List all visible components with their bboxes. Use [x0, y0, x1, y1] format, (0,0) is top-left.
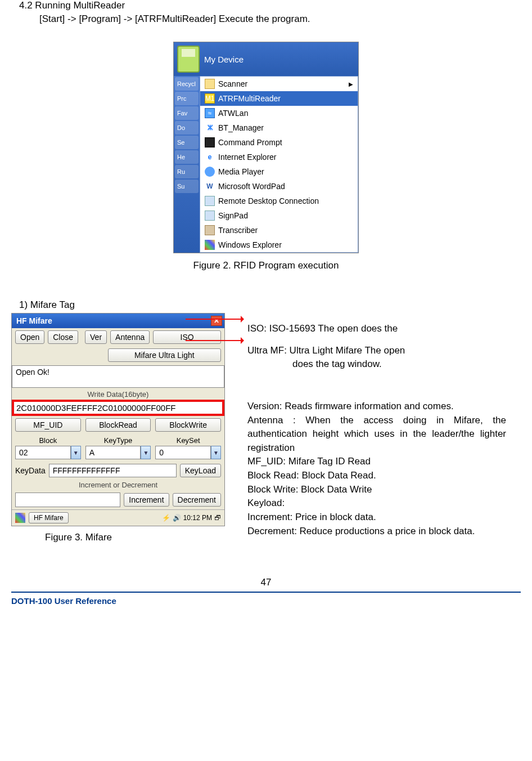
keydata-field[interactable]: FFFFFFFFFFFFFF: [49, 464, 177, 477]
taskbar: HF Mifare ⚡ 🔊 10:12 PM 🗗: [12, 509, 224, 526]
my-device-label: My Device: [204, 55, 244, 64]
desc-ultra1: Ultra MF: Ultra Light Mifare The open: [247, 344, 506, 358]
keyset-value: 0: [155, 446, 211, 459]
desc-blockread: Block Read: Block Data Read.: [247, 469, 506, 483]
decrement-button[interactable]: Decrement: [173, 493, 221, 507]
menu-command-prompt[interactable]: Command Prompt: [200, 135, 358, 150]
incdec-label: Increment or Decrement: [12, 480, 224, 490]
desc-version: Version: Reads firmware information and …: [247, 400, 506, 414]
write-data-field[interactable]: 2C010000D3FEFFFF2C01000000FF00FF: [12, 400, 224, 416]
menu-atrfmultireader[interactable]: M1 ATRFMultiReader: [200, 91, 358, 106]
tray-icon: 🗗: [214, 514, 221, 522]
menu-rdc[interactable]: Remote Desktop Connection: [200, 194, 358, 208]
start-icon[interactable]: [15, 513, 25, 523]
ver-button[interactable]: Ver: [85, 330, 107, 344]
left-item: Recycl: [175, 77, 199, 91]
window-title: HF Mifare: [16, 316, 52, 325]
menu-signpad[interactable]: SignPad: [200, 208, 358, 223]
keytype-label: KeyType: [104, 436, 133, 445]
menu-atwlan[interactable]: ≈ ATWLan: [200, 106, 358, 120]
blockwrite-button[interactable]: BlockWrite: [155, 418, 221, 432]
cmd-icon: [205, 137, 215, 147]
incdec-field[interactable]: [15, 493, 120, 507]
system-tray: ⚡ 🔊 10:12 PM 🗗: [162, 514, 221, 522]
media-icon: [205, 167, 215, 177]
submenu-arrow-icon: ▶: [349, 81, 353, 87]
keyset-label: KeySet: [177, 436, 200, 445]
keydata-label: KeyData: [15, 466, 46, 475]
keyset-select[interactable]: 0 ▼: [155, 446, 221, 459]
rdc-icon: [205, 196, 215, 206]
desc-ultra2: does the tag window.: [247, 357, 506, 371]
left-item: Ru: [175, 165, 199, 178]
blockread-button[interactable]: BlockRead: [85, 418, 151, 432]
chevron-down-icon: ▼: [71, 446, 81, 459]
taskbar-app[interactable]: HF Mifare: [29, 512, 69, 523]
menu-transcriber[interactable]: Transcriber: [200, 223, 358, 238]
chevron-down-icon: ▼: [211, 446, 221, 459]
menu-label: Microsoft WordPad: [218, 182, 285, 191]
tray-icon: ⚡: [162, 514, 170, 522]
programs-submenu: Scanner ▶ M1 ATRFMultiReader ≈ ATWLan ⵣ …: [200, 76, 358, 253]
desc-keyload: Keyload:: [247, 496, 506, 511]
mifare-tag-heading: 1) Mifare Tag: [19, 299, 521, 311]
footer-text: DOTH-100 User Reference: [11, 593, 521, 611]
block-select[interactable]: 02 ▼: [15, 446, 81, 459]
desc-antenna: Antenna : When the access doing in Mifar…: [247, 414, 506, 455]
transcriber-icon: [205, 225, 215, 235]
menu-media-player[interactable]: Media Player: [200, 164, 358, 179]
menu-scanner[interactable]: Scanner ▶: [200, 77, 358, 91]
red-arrow: [186, 319, 242, 320]
ie-icon: e: [205, 152, 215, 162]
mf-uid-button[interactable]: MF_UID: [15, 418, 81, 432]
figure2-caption: Figure 2. RFID Program execution: [11, 260, 521, 271]
close-button2[interactable]: Close: [48, 330, 78, 344]
keytype-select[interactable]: A ▼: [85, 446, 151, 459]
left-item: Fav: [175, 106, 199, 120]
menu-label: Media Player: [218, 167, 264, 176]
left-item: Prc: [175, 92, 199, 105]
increment-button[interactable]: Increment: [124, 493, 169, 507]
left-item: Su: [175, 180, 199, 193]
keyload-button[interactable]: KeyLoad: [180, 464, 221, 477]
arrow-head-icon: [241, 337, 247, 344]
left-item: He: [175, 150, 199, 164]
wifi-icon: ≈: [205, 108, 215, 118]
iso-button[interactable]: ISO: [153, 330, 221, 344]
menu-label: Command Prompt: [218, 138, 282, 147]
start-left-column: Recycl Prc Fav Do Se He Ru Su: [174, 76, 200, 253]
page-number: 47: [11, 577, 521, 588]
keytype-value: A: [85, 446, 141, 459]
chevron-down-icon: ▼: [141, 446, 151, 459]
titlebar: HF Mifare ✕: [12, 314, 224, 328]
pda-icon: [177, 46, 200, 73]
start-line: [Start] -> [Program] -> [ATRFMultiReader…: [39, 14, 521, 25]
wordpad-icon: W: [205, 181, 215, 191]
tray-icon: 🔊: [173, 514, 181, 522]
menu-label: SignPad: [218, 211, 248, 220]
menu-wordpad[interactable]: W Microsoft WordPad: [200, 179, 358, 194]
block-label: Block: [39, 436, 57, 445]
desc-decrement: Decrement: Reduce productions a price in…: [247, 525, 506, 539]
menu-label: Windows Explorer: [218, 240, 282, 249]
red-arrow: [186, 340, 242, 341]
menu-windows-explorer[interactable]: Windows Explorer: [200, 238, 358, 252]
write-data-label: Write Data(16byte): [12, 389, 224, 400]
menu-label: Internet Explorer: [218, 153, 277, 162]
arrow-head-icon: [241, 316, 247, 323]
open-button[interactable]: Open: [15, 330, 44, 344]
figure3-caption: Figure 3. Mifare: [45, 532, 225, 543]
mifare-ultra-light-button[interactable]: Mifare Ultra Light: [108, 348, 221, 362]
menu-btmanager[interactable]: ⵣ BT_Manager: [200, 120, 358, 135]
desc-mfuid: MF_UID: Mifare Tag ID Read: [247, 455, 506, 469]
desc-iso: ISO: ISO-15693 The open does the: [247, 322, 506, 336]
app-icon: M1: [205, 93, 215, 104]
hf-mifare-window: HF Mifare ✕ Open Close Ver Antenna ISO M…: [11, 313, 225, 526]
antenna-button[interactable]: Antenna: [110, 330, 150, 344]
left-item: Do: [175, 121, 199, 135]
descriptions: ISO: ISO-15693 The open does the Ultra M…: [247, 313, 506, 538]
close-button[interactable]: ✕: [211, 316, 222, 326]
start-menu-screenshot: My Device Recycl Prc Fav Do Se He Ru Su …: [173, 42, 359, 253]
menu-ie[interactable]: e Internet Explorer: [200, 150, 358, 164]
bluetooth-icon: ⵣ: [205, 123, 215, 133]
